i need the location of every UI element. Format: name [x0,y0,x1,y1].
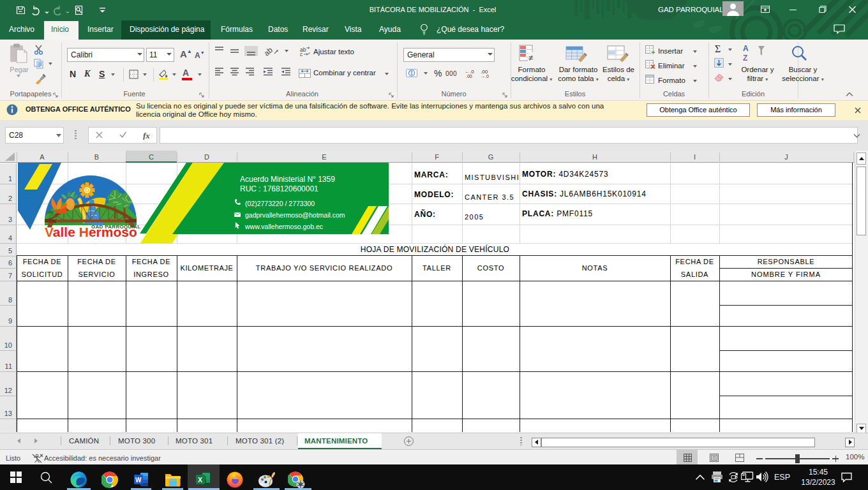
svg-text:Acuerdo Ministerial N° 1359: Acuerdo Ministerial N° 1359 [240,175,335,184]
svg-text:RUC : 1768120600001: RUC : 1768120600001 [240,184,318,193]
svg-text:Z: Z [743,54,747,63]
svg-text:→.0: →.0 [481,74,489,78]
svg-text:www.vallehermoso.gob.ec: www.vallehermoso.gob.ec [244,223,323,230]
svg-text:.00: .00 [466,74,472,78]
svg-text:ab: ab [265,45,274,57]
svg-text:gadprvallehermoso@hotmail.com: gadprvallehermoso@hotmail.com [245,211,345,219]
svg-text:A: A [743,44,749,53]
svg-text:X: X [198,476,202,484]
svg-text:fx: fx [143,131,150,140]
svg-text:Valle Hermoso: Valle Hermoso [45,225,137,239]
svg-text:W: W [135,477,142,484]
svg-text:(02)2773220 / 2773300: (02)2773220 / 2773300 [245,200,315,207]
svg-text:≠: ≠ [528,53,533,63]
